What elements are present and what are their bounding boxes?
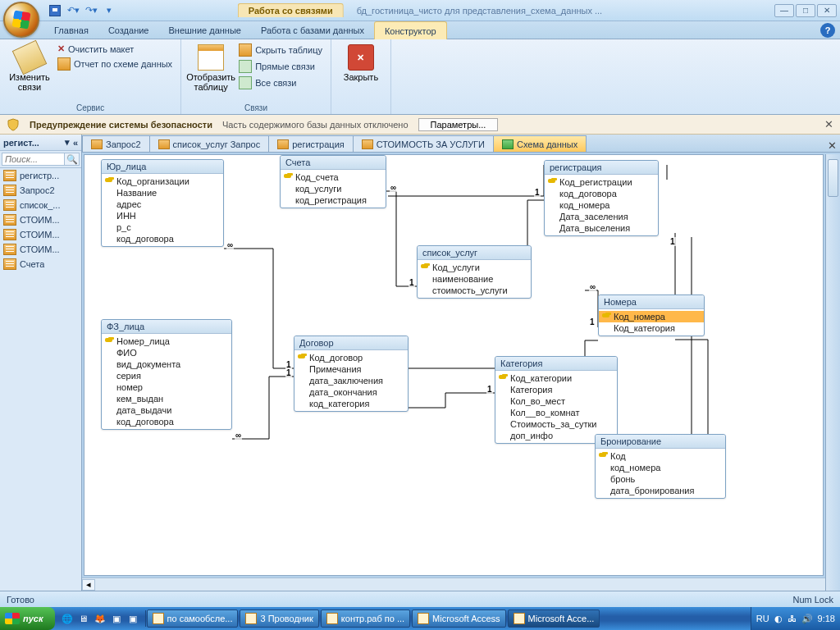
relationship-report-button[interactable]: Отчет по схеме данных: [56, 57, 174, 71]
tab-create[interactable]: Создание: [98, 21, 159, 39]
field[interactable]: код_договора: [545, 188, 658, 199]
field[interactable]: наименование: [418, 273, 531, 285]
search-icon[interactable]: 🔍: [65, 153, 80, 166]
taskbar-item[interactable]: 3 Проводник: [240, 609, 318, 628]
show-table-button[interactable]: Отобразить таблицу: [188, 43, 234, 94]
app-icon[interactable]: ▣: [109, 610, 124, 627]
tab-home[interactable]: Главная: [44, 21, 98, 39]
close-tab-icon[interactable]: ✕: [824, 139, 840, 152]
save-icon[interactable]: [48, 3, 62, 18]
field[interactable]: код_договора: [102, 416, 231, 427]
hide-table-button[interactable]: Скрыть таблицу: [237, 43, 324, 57]
doc-tab[interactable]: регистрация: [268, 135, 354, 152]
taskbar-item[interactable]: контр.раб по ...: [321, 609, 410, 628]
nav-item[interactable]: список_...: [0, 198, 81, 212]
field[interactable]: бронь: [596, 473, 725, 485]
field-key[interactable]: Код_услуги: [418, 262, 531, 273]
relationships-canvas[interactable]: ∞ 1 ∞ 1 ∞ 1 ∞ 1 ∞ 1 1 ∞ 1 ∞ 1 Юр_лица Ко…: [84, 154, 824, 576]
field[interactable]: код_номера: [545, 199, 658, 211]
nav-item[interactable]: СТОИМ...: [0, 227, 81, 242]
field[interactable]: дата_выдачи: [102, 404, 231, 416]
taskbar-item[interactable]: по самообсле...: [147, 609, 239, 628]
clock[interactable]: 9:18: [818, 614, 835, 623]
field[interactable]: стоимость_услуги: [418, 285, 531, 296]
maximize-button[interactable]: □: [796, 4, 815, 17]
tray-icon[interactable]: 🖧: [788, 614, 797, 623]
field[interactable]: кем_выдан: [102, 393, 231, 404]
field[interactable]: Примечания: [294, 363, 408, 375]
clear-layout-button[interactable]: ✕Очистить макет: [56, 43, 174, 55]
doc-tab[interactable]: Запрос2: [82, 135, 150, 152]
minimize-button[interactable]: —: [774, 4, 794, 17]
help-icon[interactable]: ?: [820, 23, 835, 38]
table-box[interactable]: Юр_лица Код_организации Название адрес И…: [101, 159, 224, 247]
field-key-selected[interactable]: Код_номера: [599, 311, 704, 322]
nav-item[interactable]: Счета: [0, 257, 81, 272]
chevron-down-icon[interactable]: ▾: [65, 137, 70, 148]
field[interactable]: код_номера: [596, 462, 725, 473]
field-key[interactable]: Код_регистрации: [545, 176, 658, 188]
nav-header[interactable]: регист... ▾ «: [0, 135, 81, 151]
tab-dbtools[interactable]: Работа с базами данных: [251, 21, 374, 39]
nav-item[interactable]: СТОИМ...: [0, 212, 81, 227]
table-box[interactable]: Бронирование Код код_номера бронь дата_б…: [595, 434, 726, 499]
doc-tab[interactable]: список_услуг Запрос: [149, 135, 270, 152]
scroll-left-icon[interactable]: ◂: [82, 579, 95, 591]
close-button[interactable]: ✕: [817, 4, 837, 17]
taskbar-item[interactable]: Microsoft Access: [412, 609, 506, 628]
field-key[interactable]: Номер_лица: [102, 336, 231, 347]
table-box[interactable]: ФЗ_лица Номер_лица ФИО вид_документа сер…: [101, 319, 232, 430]
field-key[interactable]: Код_счета: [281, 171, 386, 183]
start-button[interactable]: пуск: [0, 607, 55, 630]
doc-tab[interactable]: СТОИМОСТЬ ЗА УСЛУГИ: [353, 135, 494, 152]
nav-item[interactable]: Запрос2: [0, 183, 81, 198]
redo-icon[interactable]: ↷▾: [84, 3, 98, 18]
desktop-icon[interactable]: 🖥: [76, 610, 91, 627]
field-key[interactable]: Код: [596, 450, 725, 462]
field[interactable]: код_договора: [102, 233, 223, 244]
vertical-scrollbar[interactable]: [825, 154, 840, 591]
field[interactable]: дата_бронирования: [596, 485, 725, 496]
field-key[interactable]: Код_организации: [102, 176, 223, 187]
table-box[interactable]: Категория Код_категории Категория Кол_во…: [495, 356, 618, 444]
field[interactable]: ИНН: [102, 210, 223, 221]
nav-item[interactable]: СТОИМ...: [0, 242, 81, 257]
field[interactable]: ФИО: [102, 347, 231, 358]
field[interactable]: Категория: [495, 384, 617, 395]
field[interactable]: номер: [102, 381, 231, 393]
horizontal-scrollbar[interactable]: ◂ ▸: [82, 578, 840, 591]
field[interactable]: дата_заключения: [294, 375, 408, 386]
tray-icon[interactable]: ◐: [774, 614, 783, 624]
office-button[interactable]: [3, 2, 39, 38]
taskbar-item-active[interactable]: Microsoft Acce...: [508, 609, 600, 628]
doc-tab-active[interactable]: Схема данных: [493, 135, 587, 152]
tab-design[interactable]: Конструктор: [374, 21, 447, 39]
undo-icon[interactable]: ↶▾: [66, 3, 80, 18]
search-input[interactable]: [2, 153, 65, 166]
field[interactable]: Кол__во_комнат: [495, 407, 617, 418]
security-options-button[interactable]: Параметры...: [418, 118, 499, 131]
scrollbar-thumb[interactable]: [828, 159, 838, 197]
table-box[interactable]: Счета Код_счета код_услуги код_регистрац…: [280, 155, 386, 208]
shutter-icon[interactable]: «: [73, 138, 78, 148]
all-relationships-button[interactable]: Все связи: [237, 75, 324, 90]
security-close-icon[interactable]: ✕: [824, 118, 833, 130]
firefox-icon[interactable]: 🦊: [93, 610, 107, 627]
field[interactable]: Стоимость_за_сутки: [495, 418, 617, 430]
field-key[interactable]: Код_категории: [495, 372, 617, 384]
field-key[interactable]: Код_договор: [294, 352, 408, 363]
field[interactable]: Дата_выселения: [545, 222, 658, 234]
field[interactable]: Дата_заселения: [545, 211, 658, 222]
field[interactable]: код_категория: [294, 398, 408, 409]
field[interactable]: Кол_во_мест: [495, 395, 617, 407]
field[interactable]: адрес: [102, 199, 223, 210]
table-box[interactable]: Номера Код_номера Код_категория: [598, 294, 705, 336]
qat-dropdown-icon[interactable]: ▾: [102, 3, 116, 18]
direct-relationships-button[interactable]: Прямые связи: [237, 59, 324, 74]
edit-relationships-button[interactable]: Изменить связи: [7, 43, 52, 94]
field[interactable]: код_регистрация: [281, 194, 386, 206]
nav-item[interactable]: регистр...: [0, 168, 81, 183]
app-icon[interactable]: ▣: [126, 610, 140, 627]
tray-icon[interactable]: 🔊: [801, 614, 813, 624]
field[interactable]: серия: [102, 370, 231, 381]
